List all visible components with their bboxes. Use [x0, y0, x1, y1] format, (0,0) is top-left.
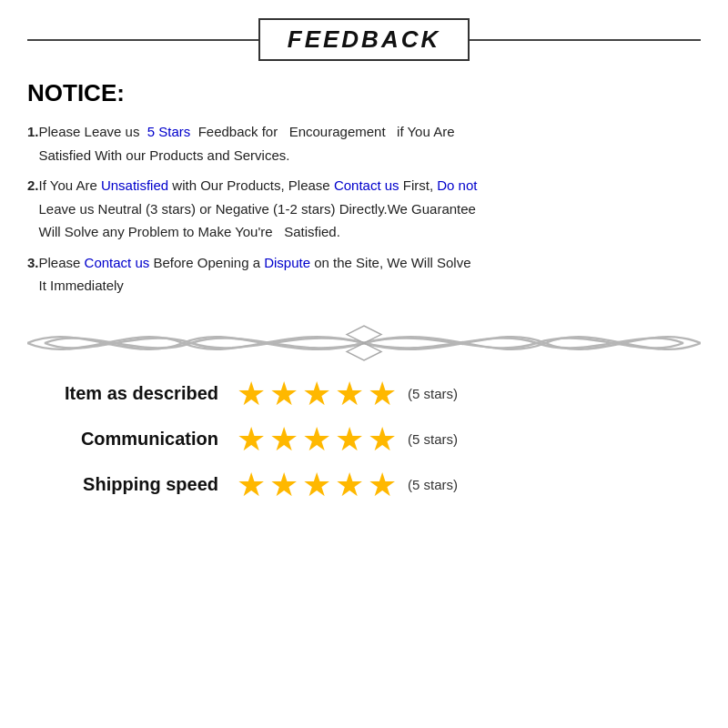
unsatisfied-text: Unsatisfied	[101, 177, 168, 193]
star-3: ★	[302, 423, 331, 456]
star-2: ★	[269, 378, 298, 410]
star-3: ★	[302, 469, 331, 501]
page: FEEDBACK NOTICE: 1.Please Leave us 5 Sta…	[0, 0, 728, 728]
notice-item-3: 3.Please Contact us Before Opening a Dis…	[27, 251, 701, 298]
star-4: ★	[335, 469, 364, 501]
header-left-line	[27, 39, 258, 41]
do-not-text: Do not	[437, 177, 477, 193]
rating-label-item-described: Item as described	[27, 383, 237, 404]
ornament-divider	[27, 316, 701, 361]
stars-item-described: ★ ★ ★ ★ ★ (5 stars)	[237, 378, 458, 410]
header-right-line	[470, 39, 701, 41]
ornament-svg	[27, 316, 701, 370]
contact-us-text-1: Contact us	[334, 177, 399, 193]
five-stars-text: 5 Stars	[147, 124, 191, 139]
star-5: ★	[368, 378, 397, 410]
notice-item-1: 1.Please Leave us 5 Stars Feedback for E…	[27, 120, 701, 167]
star-4: ★	[335, 423, 364, 456]
feedback-title: FEEDBACK	[288, 25, 440, 53]
rating-row-communication: Communication ★ ★ ★ ★ ★ (5 stars)	[27, 423, 701, 456]
notice-title: NOTICE:	[27, 79, 701, 107]
rating-label-shipping: Shipping speed	[27, 474, 237, 495]
star-count-shipping: (5 stars)	[408, 477, 458, 492]
star-count-communication: (5 stars)	[408, 431, 458, 447]
contact-us-text-2: Contact us	[85, 255, 150, 270]
feedback-header: FEEDBACK	[27, 18, 701, 61]
rating-label-communication: Communication	[27, 429, 237, 450]
star-count-item-described: (5 stars)	[408, 386, 458, 401]
dispute-text: Dispute	[264, 255, 310, 270]
star-1: ★	[237, 378, 266, 410]
star-2: ★	[269, 469, 298, 501]
star-3: ★	[302, 378, 331, 410]
rating-row-shipping: Shipping speed ★ ★ ★ ★ ★ (5 stars)	[27, 469, 701, 501]
star-1: ★	[237, 469, 266, 501]
star-4: ★	[335, 378, 364, 410]
star-5: ★	[368, 469, 397, 501]
feedback-title-box: FEEDBACK	[258, 18, 470, 61]
star-ratings-section: Item as described ★ ★ ★ ★ ★ (5 stars) Co…	[27, 378, 701, 501]
stars-shipping: ★ ★ ★ ★ ★ (5 stars)	[237, 469, 458, 501]
notice-item-2: 2.If You Are Unsatisfied with Our Produc…	[27, 174, 701, 244]
stars-communication: ★ ★ ★ ★ ★ (5 stars)	[237, 423, 458, 456]
star-1: ★	[237, 423, 266, 456]
rating-row-item-described: Item as described ★ ★ ★ ★ ★ (5 stars)	[27, 378, 701, 410]
star-5: ★	[368, 423, 397, 456]
star-2: ★	[269, 423, 298, 456]
